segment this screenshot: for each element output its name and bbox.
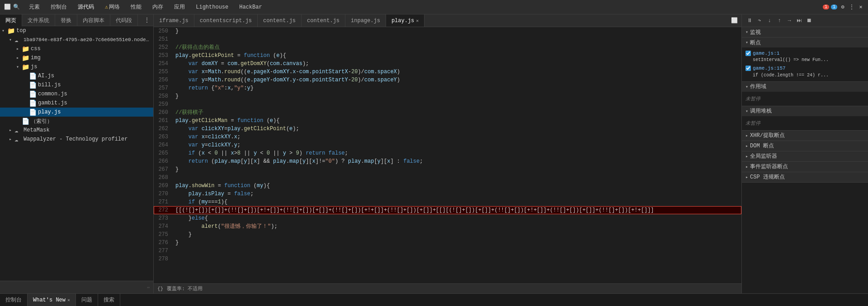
breakpoint-checkbox-2[interactable] — [745, 66, 751, 71]
deactivate-btn[interactable]: ⏭ — [795, 17, 803, 25]
section-scope-header[interactable]: ▾ 作用域 — [742, 82, 868, 92]
step-into-btn[interactable]: ↓ — [765, 17, 774, 25]
file-icon: 📄 — [22, 118, 29, 125]
breakpoint-location-2: game.js:157 — [753, 66, 786, 71]
nav-elements[interactable]: 元素 — [24, 0, 45, 14]
tree-top[interactable]: ▾ 📁 top — [0, 26, 153, 35]
section-xhr: ▸ XHR/提取断点 — [742, 131, 868, 141]
tree-common-js[interactable]: ▸ 📄 common.js — [0, 89, 153, 99]
nav-console[interactable]: 控制台 — [45, 0, 72, 14]
tree-css[interactable]: ▸ 📁 css — [0, 44, 153, 53]
close-icon[interactable]: ✕ — [857, 4, 864, 11]
sidebar-tab-filesystem[interactable]: 文件系统 — [22, 14, 55, 26]
tab-iframe-js[interactable]: iframe.js — [154, 14, 194, 27]
stop-on-exception-btn[interactable]: ⏹ — [805, 17, 813, 25]
warning-icon: ⚠ — [105, 4, 108, 10]
section-xhr-label: XHR/提取断点 — [750, 132, 785, 139]
bottom-tab-console[interactable]: 控制台 — [0, 294, 28, 306]
folder-icon: 📁 — [22, 54, 29, 62]
sidebar-resize-handle[interactable]: ⇔ — [147, 285, 150, 290]
section-global: ▸ 全局监听器 — [742, 151, 868, 162]
bottom-tab-search[interactable]: 搜索 — [98, 294, 120, 306]
section-callstack-label: 调用堆栈 — [750, 107, 772, 115]
section-breakpoints-header[interactable]: ▾ 断点 — [742, 38, 868, 47]
tree-index[interactable]: ▸ 📄 （索引） — [0, 117, 153, 126]
section-watch-header[interactable]: ▾ 监视 — [742, 27, 868, 37]
section-csp-header[interactable]: ▸ CSP 违规断点 — [742, 172, 868, 182]
table-row: 265 if (x < 0 || x>8 || y < 0 || y > 9) … — [154, 149, 741, 157]
tree-ai-js[interactable]: ▸ 📄 AI.js — [0, 71, 153, 80]
tree-cloud-node[interactable]: ▾ ☁ 1ba9784e-e83f-4795-ae20-7c6e60e551e0… — [0, 35, 153, 44]
inspect-icon[interactable]: 🔍 — [13, 4, 20, 11]
table-row: 251 — [154, 35, 741, 43]
tab-content-js-2[interactable]: content.js — [302, 14, 345, 27]
tree-label: js — [31, 64, 151, 70]
section-global-header[interactable]: ▸ 全局监听器 — [742, 151, 868, 161]
section-xhr-header[interactable]: ▸ XHR/提取断点 — [742, 131, 868, 141]
section-dom-header[interactable]: ▸ DOM 断点 — [742, 141, 868, 151]
pause-btn[interactable]: ⏸ — [745, 17, 754, 25]
toolbar-icons: ⬜ 🔍 — [0, 4, 24, 11]
nav-application[interactable]: 应用 — [169, 0, 190, 14]
section-event-listeners-header[interactable]: ▸ 事件监听器断点 — [742, 162, 868, 172]
bottom-tab-issues[interactable]: 问题 — [76, 294, 98, 306]
sidebar-tab-content-scripts[interactable]: 内容脚本 — [77, 14, 110, 26]
tab-content-js-1[interactable]: content.js — [258, 14, 302, 27]
sidebar-more-btn[interactable]: ⋮ — [141, 14, 153, 26]
sidebar-tab-snippets[interactable]: 代码段 — [110, 14, 138, 26]
table-row: 260 //获得棋子 — [154, 108, 741, 117]
table-row: 270 play.isPlay = false; — [154, 190, 741, 198]
code-footer: {} 覆盖率: 不适用 — [154, 283, 741, 293]
tree-img[interactable]: ▸ 📁 img — [0, 53, 153, 62]
cloud-icon: ☁ — [14, 36, 22, 44]
step-btn[interactable]: → — [785, 17, 793, 25]
callstack-not-paused: 未暂停 — [745, 118, 864, 128]
section-callstack-header[interactable]: ▾ 调用堆栈 — [742, 106, 868, 116]
nav-performance[interactable]: 性能 — [125, 0, 147, 14]
section-breakpoints-label: 断点 — [750, 39, 761, 47]
tree-wappalyzer[interactable]: ▸ ☁ Wappalyzer - Technology profiler — [0, 135, 153, 144]
sidebar-tab-overrides[interactable]: 替换 — [55, 14, 77, 26]
close-play-js[interactable]: ✕ — [416, 18, 419, 24]
tree-metamask[interactable]: ▸ ☁ MetaMask — [0, 126, 153, 135]
nav-memory[interactable]: 内存 — [147, 0, 169, 14]
bracket-icon: {} — [157, 286, 163, 292]
dock-icon[interactable]: ⬜ — [4, 4, 11, 11]
chevron-down-icon: ▾ — [745, 84, 748, 89]
step-over-btn[interactable]: ↷ — [755, 17, 764, 25]
nav-lighthouse[interactable]: Lighthouse — [190, 0, 234, 14]
tree-play-js[interactable]: ▸ 📄 play.js — [0, 108, 153, 117]
settings-icon[interactable]: ⚙ — [839, 4, 846, 11]
folder-icon: 📁 — [7, 27, 14, 35]
tab-play-js[interactable]: play.js ✕ — [386, 14, 425, 27]
tree-label: 1ba9784e-e83f-4795-ae20-7c6e60e551e0.nod… — [24, 37, 151, 42]
error-badge: 1 — [823, 5, 829, 9]
tree-gambit-js[interactable]: ▸ 📄 gambit.js — [0, 99, 153, 108]
tree-label: Wappalyzer - Technology profiler — [24, 136, 151, 142]
tree-arrow: ▾ — [16, 64, 22, 70]
folder-icon: 📁 — [22, 45, 29, 53]
table-row: 268 — [154, 174, 741, 182]
nav-sources[interactable]: 源代码 — [72, 0, 99, 14]
tree-js-folder[interactable]: ▾ 📁 js — [0, 62, 153, 71]
code-expand-btn[interactable]: ⬜ — [727, 14, 741, 27]
breakpoint-checkbox-1[interactable] — [745, 51, 751, 56]
close-whats-new[interactable]: ✕ — [67, 297, 70, 303]
nav-network[interactable]: ⚠ 网络 — [99, 0, 125, 14]
coverage-label: 覆盖率: 不适用 — [167, 285, 203, 292]
tab-inpage-js[interactable]: inpage.js — [345, 14, 386, 27]
table-row: 257 return {"x":x,"y":y} — [154, 84, 741, 92]
more-icon[interactable]: ⋮ — [848, 4, 855, 11]
step-out-btn[interactable]: ↑ — [775, 17, 783, 25]
section-global-label: 全局监听器 — [750, 152, 777, 160]
cloud-icon: ☁ — [14, 136, 22, 143]
sidebar-tab-webpage[interactable]: 网页 — [0, 14, 22, 26]
bottom-tab-whats-new[interactable]: What's New ✕ — [28, 294, 76, 306]
code-content[interactable]: 250 } 251 252 //获得点击的着点 253 play.getClic… — [154, 27, 741, 283]
right-panel: ⏸ ↷ ↓ ↑ → ⏭ ⏹ ▾ 监视 ▾ 断点 — [741, 14, 868, 293]
tab-contentscript-js[interactable]: contentscript.js — [194, 14, 258, 27]
right-controls: 1 1 ⚙ ⋮ ✕ — [823, 4, 868, 11]
nav-hackbar[interactable]: HackBar — [234, 0, 267, 14]
tree-bill-js[interactable]: ▸ 📄 bill.js — [0, 80, 153, 89]
sidebar-tabs: 网页 文件系统 替换 内容脚本 代码段 ⋮ — [0, 14, 153, 26]
